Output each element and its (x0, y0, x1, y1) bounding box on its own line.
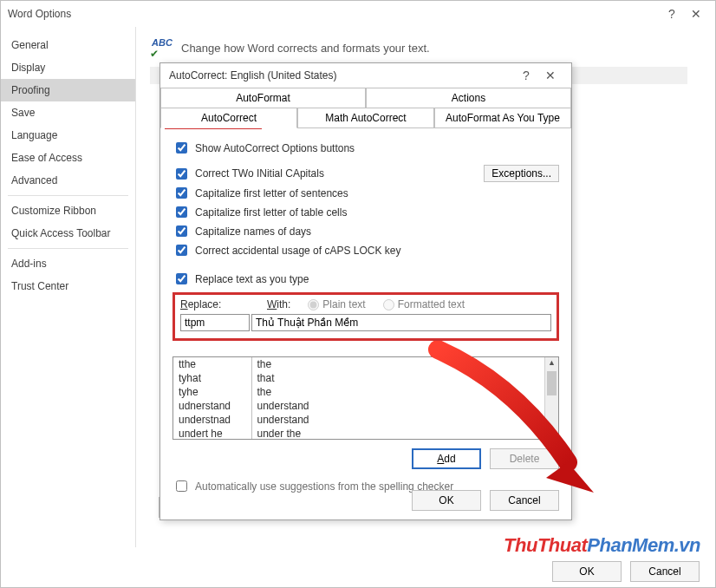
show-ac-options-checkbox[interactable]: Show AutoCorrect Options buttons (172, 140, 355, 156)
ac-footer: OK Cancel (412, 490, 559, 511)
sidebar-separator (8, 195, 128, 196)
sidebar-item-advanced[interactable]: Advanced (1, 169, 135, 192)
exceptions-button[interactable]: Exceptions... (484, 165, 559, 182)
list-item: tyhatthat (173, 371, 544, 385)
two-initial-caps-checkbox[interactable]: Correct TWo INitial CApitals (172, 166, 324, 182)
autocorrect-dialog: AutoCorrect: English (United States) ? ✕… (159, 62, 572, 520)
sidebar-item-trust-center[interactable]: Trust Center (1, 275, 135, 297)
sidebar-item-customize-ribbon[interactable]: Customize Ribbon (1, 199, 135, 222)
delete-button[interactable]: Delete (490, 448, 559, 469)
plain-text-radio: Plain text (308, 298, 365, 310)
replace-input[interactable] (180, 314, 250, 331)
two-caps-label: Correct TWo INitial CApitals (195, 167, 324, 180)
capitalize-table-cells-checkbox[interactable]: Capitalize first letter of table cells (172, 204, 347, 220)
sidebar-item-ease-of-access[interactable]: Ease of Access (1, 147, 135, 169)
replace-as-type-label: Replace text as you type (195, 273, 309, 285)
list-item: understnadunderstand (173, 413, 544, 427)
tab-row-bottom: AutoCorrect Math AutoCorrect AutoFormat … (160, 108, 571, 128)
sidebar-separator (8, 248, 128, 249)
tab-actions[interactable]: Actions (366, 88, 571, 108)
add-button[interactable]: Add (412, 448, 481, 469)
sidebar-item-general[interactable]: General (1, 34, 135, 56)
auto-suggestions-checkbox[interactable] (176, 480, 187, 492)
close-icon[interactable]: ✕ (684, 7, 708, 21)
close-icon[interactable]: ✕ (538, 69, 563, 82)
help-icon[interactable]: ? (660, 7, 684, 21)
ac-cancel-button[interactable]: Cancel (490, 490, 559, 511)
tab-row-top: AutoFormat Actions (160, 88, 571, 108)
list-item: undert heunder the (173, 427, 544, 440)
list-item: tthethe (173, 357, 544, 371)
options-ok-button[interactable]: OK (552, 561, 622, 582)
section-heading: Change how Word corrects and formats you… (181, 42, 430, 55)
replace-label: Replace: (180, 298, 250, 310)
autocorrect-list[interactable]: tthethe tyhatthat tyhethe udnerstandunde… (172, 356, 559, 440)
watermark: ThuThuatPhanMem.vn (504, 534, 700, 557)
help-icon[interactable]: ? (514, 69, 538, 82)
list-item: udnerstandunderstand (173, 399, 544, 413)
capslock-label: Correct accidental usage of cAPS LOCK ke… (195, 245, 400, 257)
scrollbar[interactable]: ▲ ▼ (544, 357, 558, 439)
options-title: Word Options (8, 8, 660, 20)
ac-body: Show AutoCorrect Options buttons Correct… (160, 128, 571, 503)
capitalize-sentences-checkbox[interactable]: Capitalize first letter of sentences (172, 185, 348, 201)
ac-titlebar: AutoCorrect: English (United States) ? ✕ (160, 63, 571, 88)
section-head: ABC✔ Change how Word corrects and format… (150, 37, 701, 58)
tab-autoformat[interactable]: AutoFormat (160, 88, 366, 108)
with-label: With: (267, 298, 290, 310)
sidebar-item-save[interactable]: Save (1, 101, 135, 124)
caps-lock-checkbox[interactable]: Correct accidental usage of cAPS LOCK ke… (172, 242, 400, 258)
tab-autoformat-as-you-type[interactable]: AutoFormat As You Type (434, 108, 571, 128)
sidebar-item-addins[interactable]: Add-ins (1, 252, 135, 275)
show-ac-options-label: Show AutoCorrect Options buttons (195, 142, 355, 154)
formatted-text-radio: Formatted text (383, 298, 465, 310)
sidebar: General Display Proofing Save Language E… (1, 27, 136, 547)
scroll-up-icon[interactable]: ▲ (545, 358, 558, 367)
cap-days-label: Capitalize names of days (195, 225, 311, 238)
ac-ok-button[interactable]: OK (412, 490, 481, 511)
highlight-box-replace: Replace: With: Plain text Formatted text (172, 292, 559, 341)
sidebar-item-qat[interactable]: Quick Access Toolbar (1, 222, 135, 245)
tab-math-autocorrect[interactable]: Math AutoCorrect (297, 108, 434, 128)
sidebar-item-display[interactable]: Display (1, 56, 135, 79)
scroll-down-icon[interactable]: ▼ (545, 429, 558, 438)
options-footer: OK Cancel (552, 561, 700, 582)
cap-sent-label: Capitalize first letter of sentences (195, 187, 348, 199)
list-item: tyhethe (173, 385, 544, 399)
options-titlebar: Word Options ? ✕ (1, 1, 715, 27)
tab-autocorrect[interactable]: AutoCorrect (160, 108, 297, 128)
scroll-thumb[interactable] (547, 371, 557, 395)
sidebar-item-proofing[interactable]: Proofing (1, 79, 135, 101)
proofing-icon: ABC✔ (150, 37, 174, 58)
cap-table-label: Capitalize first letter of table cells (195, 206, 347, 219)
sidebar-item-language[interactable]: Language (1, 124, 135, 147)
replace-as-you-type-checkbox[interactable]: Replace text as you type (172, 271, 309, 287)
options-cancel-button[interactable]: Cancel (630, 561, 700, 582)
ac-title: AutoCorrect: English (United States) (169, 69, 514, 82)
with-input[interactable] (251, 314, 551, 331)
capitalize-days-checkbox[interactable]: Capitalize names of days (172, 223, 311, 239)
